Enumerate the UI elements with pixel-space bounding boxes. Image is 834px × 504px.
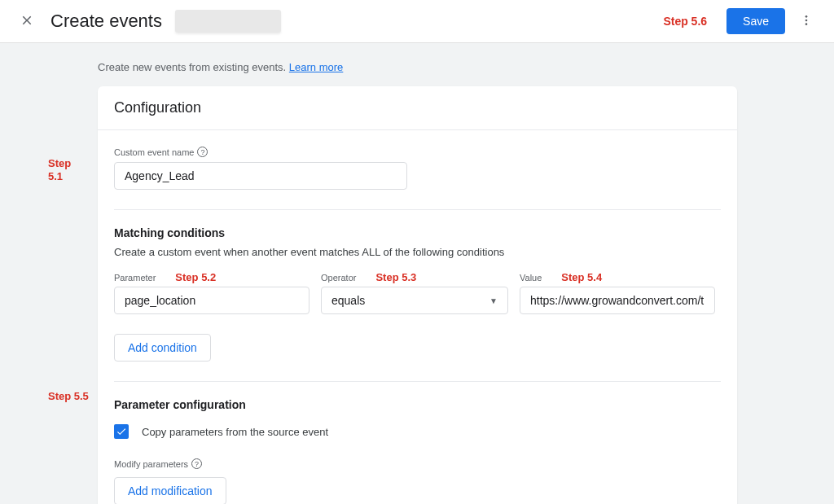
divider [114,381,721,382]
redacted-chip [175,10,281,33]
svg-point-1 [805,19,808,21]
close-icon[interactable] [16,10,37,33]
parameter-label: Parameter [114,273,156,283]
condition-row: Parameter Step 5.2 Operator Step 5.3 equ… [114,271,721,314]
add-modification-button[interactable]: Add modification [114,477,226,504]
modify-params-label: Modify parameters ? [114,458,721,469]
chevron-down-icon: ▼ [489,296,498,305]
value-label: Value [520,273,542,283]
annotation-step-5-1: Step5.1 [48,157,71,182]
intro-text: Create new events from existing events. … [0,61,834,73]
matching-title: Matching conditions [114,226,721,239]
card-header: Configuration [98,86,737,130]
copy-params-row: Copy parameters from the source event [114,424,721,439]
page-title: Create events [50,11,162,32]
operator-select[interactable]: equals ▼ [321,287,508,314]
copy-params-checkbox[interactable] [114,424,129,439]
annotation-step-5-3: Step 5.3 [375,271,416,283]
divider [114,209,721,210]
card-title: Configuration [114,99,721,116]
matching-subtitle: Create a custom event when another event… [114,246,721,258]
copy-params-label: Copy parameters from the source event [142,426,328,438]
annotation-step-5-5: Step 5.5 [48,390,89,403]
operator-label: Operator [321,273,356,283]
config-card: Configuration Custom event name ? Matchi… [98,86,737,504]
value-input[interactable] [520,287,715,314]
annotation-step-5-2: Step 5.2 [175,271,216,283]
body: Step5.1 Step 5.5 Create new events from … [0,43,834,504]
save-button[interactable]: Save [726,8,785,34]
page-header: Create events Step 5.6 Save [0,0,834,43]
operator-value: equals [331,294,365,307]
annotation-step-5-4: Step 5.4 [561,271,602,283]
param-config-title: Parameter configuration [114,398,721,411]
event-name-label: Custom event name ? [114,147,721,157]
learn-more-link[interactable]: Learn more [289,61,343,73]
svg-point-0 [805,15,808,18]
parameter-input[interactable] [114,287,309,314]
event-name-input[interactable] [114,162,407,190]
help-icon[interactable]: ? [191,458,202,469]
help-icon[interactable]: ? [197,147,208,157]
more-icon[interactable] [795,9,818,34]
add-condition-button[interactable]: Add condition [114,334,211,362]
annotation-step-5-6: Step 5.6 [663,15,707,28]
svg-point-2 [805,23,808,25]
